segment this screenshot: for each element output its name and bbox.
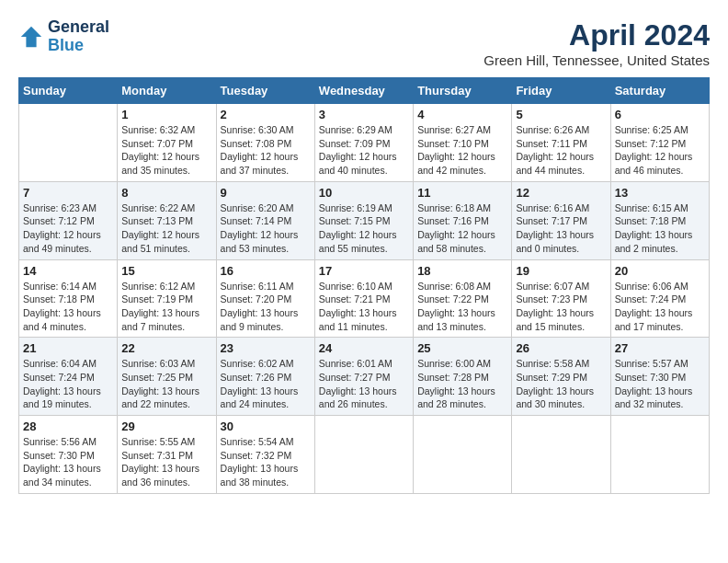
day-number: 19	[516, 264, 606, 278]
day-info: Sunrise: 5:56 AM Sunset: 7:30 PM Dayligh…	[23, 435, 113, 489]
day-info: Sunrise: 6:25 AM Sunset: 7:12 PM Dayligh…	[615, 123, 705, 178]
day-info: Sunrise: 6:32 AM Sunset: 7:07 PM Dayligh…	[121, 123, 211, 178]
day-number: 26	[516, 341, 606, 355]
calendar-cell	[19, 104, 118, 182]
day-info: Sunrise: 5:55 AM Sunset: 7:31 PM Dayligh…	[121, 435, 211, 489]
calendar-cell: 4Sunrise: 6:27 AM Sunset: 7:10 PM Daylig…	[414, 104, 512, 182]
column-header-wednesday: Wednesday	[314, 78, 413, 104]
calendar-cell: 11Sunrise: 6:18 AM Sunset: 7:16 PM Dayli…	[414, 181, 512, 259]
column-header-thursday: Thursday	[414, 78, 512, 104]
day-info: Sunrise: 6:10 AM Sunset: 7:21 PM Dayligh…	[319, 280, 409, 334]
day-info: Sunrise: 6:26 AM Sunset: 7:11 PM Dayligh…	[516, 123, 606, 178]
day-number: 24	[319, 341, 409, 355]
day-info: Sunrise: 6:30 AM Sunset: 7:08 PM Dayligh…	[221, 123, 311, 178]
calendar-cell: 23Sunrise: 6:02 AM Sunset: 7:26 PM Dayli…	[216, 338, 314, 416]
calendar-cell: 14Sunrise: 6:14 AM Sunset: 7:18 PM Dayli…	[19, 259, 118, 338]
month-title: April 2024	[483, 18, 710, 52]
calendar-cell	[314, 416, 413, 494]
calendar-cell: 20Sunrise: 6:06 AM Sunset: 7:24 PM Dayli…	[610, 259, 709, 338]
calendar-cell	[414, 416, 512, 494]
day-info: Sunrise: 6:06 AM Sunset: 7:24 PM Dayligh…	[615, 280, 705, 334]
day-number: 2	[221, 108, 311, 121]
column-header-saturday: Saturday	[610, 78, 709, 104]
calendar-cell: 19Sunrise: 6:07 AM Sunset: 7:23 PM Dayli…	[512, 259, 610, 338]
day-info: Sunrise: 6:16 AM Sunset: 7:17 PM Dayligh…	[516, 201, 606, 256]
calendar-cell: 28Sunrise: 5:56 AM Sunset: 7:30 PM Dayli…	[19, 416, 118, 494]
calendar-cell: 15Sunrise: 6:12 AM Sunset: 7:19 PM Dayli…	[118, 259, 216, 338]
day-number: 4	[417, 108, 507, 121]
calendar-table: SundayMondayTuesdayWednesdayThursdayFrid…	[18, 77, 710, 494]
day-number: 11	[417, 186, 507, 200]
calendar-cell: 8Sunrise: 6:22 AM Sunset: 7:13 PM Daylig…	[118, 181, 216, 259]
svg-marker-0	[21, 27, 41, 47]
day-info: Sunrise: 6:18 AM Sunset: 7:16 PM Dayligh…	[417, 201, 507, 256]
day-number: 1	[121, 108, 211, 121]
day-info: Sunrise: 6:14 AM Sunset: 7:18 PM Dayligh…	[23, 280, 113, 334]
calendar-cell: 22Sunrise: 6:03 AM Sunset: 7:25 PM Dayli…	[118, 338, 216, 416]
calendar-cell: 3Sunrise: 6:29 AM Sunset: 7:09 PM Daylig…	[314, 104, 413, 182]
day-number: 6	[615, 108, 705, 121]
day-info: Sunrise: 6:11 AM Sunset: 7:20 PM Dayligh…	[221, 280, 311, 334]
calendar-cell: 13Sunrise: 6:15 AM Sunset: 7:18 PM Dayli…	[610, 181, 709, 259]
logo: General Blue	[18, 18, 109, 55]
day-number: 3	[319, 108, 409, 121]
day-info: Sunrise: 6:15 AM Sunset: 7:18 PM Dayligh…	[615, 201, 705, 256]
day-number: 16	[221, 264, 311, 278]
day-info: Sunrise: 6:02 AM Sunset: 7:26 PM Dayligh…	[221, 357, 311, 411]
day-info: Sunrise: 6:00 AM Sunset: 7:28 PM Dayligh…	[417, 357, 507, 411]
calendar-cell: 5Sunrise: 6:26 AM Sunset: 7:11 PM Daylig…	[512, 104, 610, 182]
day-info: Sunrise: 6:29 AM Sunset: 7:09 PM Dayligh…	[319, 123, 409, 178]
calendar-cell: 17Sunrise: 6:10 AM Sunset: 7:21 PM Dayli…	[314, 259, 413, 338]
column-header-monday: Monday	[118, 78, 216, 104]
calendar-cell: 9Sunrise: 6:20 AM Sunset: 7:14 PM Daylig…	[216, 181, 314, 259]
day-info: Sunrise: 6:22 AM Sunset: 7:13 PM Dayligh…	[121, 201, 211, 256]
day-number: 30	[221, 419, 311, 433]
day-info: Sunrise: 6:12 AM Sunset: 7:19 PM Dayligh…	[121, 280, 211, 334]
calendar-week-3: 14Sunrise: 6:14 AM Sunset: 7:18 PM Dayli…	[19, 259, 710, 338]
day-info: Sunrise: 6:23 AM Sunset: 7:12 PM Dayligh…	[23, 201, 113, 256]
calendar-cell	[610, 416, 709, 494]
day-number: 7	[23, 186, 113, 200]
page-header: General Blue April 2024 Green Hill, Tenn…	[18, 18, 710, 68]
calendar-week-1: 1Sunrise: 6:32 AM Sunset: 7:07 PM Daylig…	[19, 104, 710, 182]
day-number: 29	[121, 419, 211, 433]
day-info: Sunrise: 5:58 AM Sunset: 7:29 PM Dayligh…	[516, 357, 606, 411]
day-info: Sunrise: 6:08 AM Sunset: 7:22 PM Dayligh…	[417, 280, 507, 334]
day-info: Sunrise: 6:01 AM Sunset: 7:27 PM Dayligh…	[319, 357, 409, 411]
calendar-week-2: 7Sunrise: 6:23 AM Sunset: 7:12 PM Daylig…	[19, 181, 710, 259]
day-info: Sunrise: 6:20 AM Sunset: 7:14 PM Dayligh…	[221, 201, 311, 256]
calendar-header-row: SundayMondayTuesdayWednesdayThursdayFrid…	[19, 78, 710, 104]
day-number: 20	[615, 264, 705, 278]
day-number: 13	[615, 186, 705, 200]
column-header-friday: Friday	[512, 78, 610, 104]
column-header-tuesday: Tuesday	[216, 78, 314, 104]
calendar-cell: 16Sunrise: 6:11 AM Sunset: 7:20 PM Dayli…	[216, 259, 314, 338]
logo-text-line2: Blue	[48, 37, 109, 55]
title-area: April 2024 Green Hill, Tennessee, United…	[483, 18, 710, 68]
calendar-cell: 6Sunrise: 6:25 AM Sunset: 7:12 PM Daylig…	[610, 104, 709, 182]
calendar-cell: 12Sunrise: 6:16 AM Sunset: 7:17 PM Dayli…	[512, 181, 610, 259]
day-number: 10	[319, 186, 409, 200]
day-info: Sunrise: 5:57 AM Sunset: 7:30 PM Dayligh…	[615, 357, 705, 411]
logo-text-line1: General	[48, 18, 109, 37]
day-number: 18	[417, 264, 507, 278]
calendar-cell: 2Sunrise: 6:30 AM Sunset: 7:08 PM Daylig…	[216, 104, 314, 182]
day-number: 21	[23, 341, 113, 355]
calendar-cell: 21Sunrise: 6:04 AM Sunset: 7:24 PM Dayli…	[19, 338, 118, 416]
calendar-cell: 24Sunrise: 6:01 AM Sunset: 7:27 PM Dayli…	[314, 338, 413, 416]
day-info: Sunrise: 6:07 AM Sunset: 7:23 PM Dayligh…	[516, 280, 606, 334]
day-info: Sunrise: 6:03 AM Sunset: 7:25 PM Dayligh…	[121, 357, 211, 411]
day-number: 28	[23, 419, 113, 433]
calendar-cell: 25Sunrise: 6:00 AM Sunset: 7:28 PM Dayli…	[414, 338, 512, 416]
calendar-cell: 1Sunrise: 6:32 AM Sunset: 7:07 PM Daylig…	[118, 104, 216, 182]
day-number: 27	[615, 341, 705, 355]
day-number: 9	[221, 186, 311, 200]
day-info: Sunrise: 5:54 AM Sunset: 7:32 PM Dayligh…	[221, 435, 311, 489]
calendar-week-5: 28Sunrise: 5:56 AM Sunset: 7:30 PM Dayli…	[19, 416, 710, 494]
day-number: 22	[121, 341, 211, 355]
calendar-cell: 27Sunrise: 5:57 AM Sunset: 7:30 PM Dayli…	[610, 338, 709, 416]
day-number: 17	[319, 264, 409, 278]
calendar-cell: 10Sunrise: 6:19 AM Sunset: 7:15 PM Dayli…	[314, 181, 413, 259]
calendar-cell: 26Sunrise: 5:58 AM Sunset: 7:29 PM Dayli…	[512, 338, 610, 416]
day-number: 15	[121, 264, 211, 278]
